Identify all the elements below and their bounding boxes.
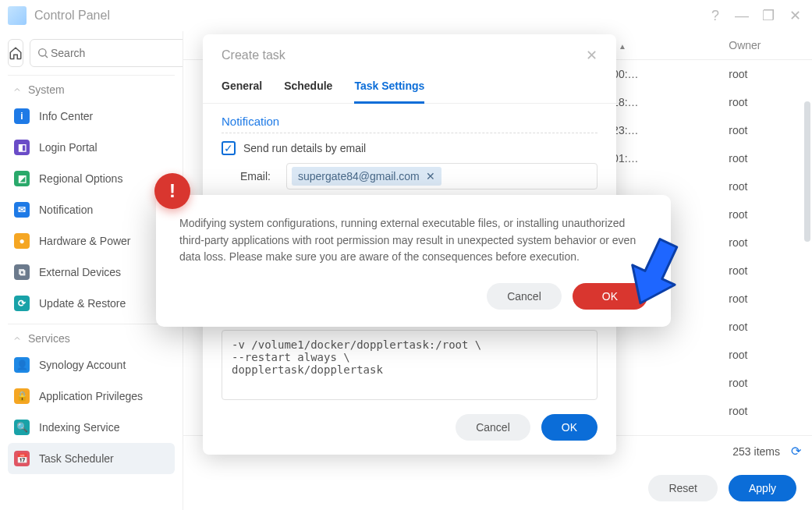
svg-line-1 [45,55,48,58]
send-email-label: Send run details by email [243,142,366,154]
help-icon[interactable]: ? [706,6,725,25]
home-button[interactable] [8,39,23,67]
sidebar-item-task-scheduler[interactable]: 📅Task Scheduler [8,443,175,474]
nav-icon: ✉ [14,202,30,218]
search-input[interactable] [49,46,183,60]
section-system[interactable]: System [8,75,175,101]
sidebar-item-external-devices[interactable]: ⧉External Devices [8,257,175,288]
chevron-up-icon [12,85,22,94]
sidebar-item-hardware-power[interactable]: ●Hardware & Power [8,225,175,257]
apply-button[interactable]: Apply [729,475,796,501]
sidebar-item-regional-options[interactable]: ◩Regional Options [8,163,175,194]
nav-label: Indexing Service [39,421,120,434]
titlebar: Control Panel ? — ❐ ✕ [0,0,812,31]
chip-remove-icon[interactable]: ✕ [426,170,435,182]
sidebar-item-login-portal[interactable]: ◧Login Portal [8,132,175,163]
window-title: Control Panel [34,9,110,23]
send-email-checkbox[interactable]: ✓ [222,141,236,155]
cell-owner: root [719,257,812,285]
cell-owner: root [719,425,812,436]
search-icon [37,47,49,59]
nav-icon: i [14,108,30,124]
cell-owner: root [719,397,812,425]
nav-label: Synology Account [39,359,126,371]
sidebar-item-update-restore[interactable]: ⟳Update & Restore [8,288,175,319]
warning-message: Modifying system configurations, running… [179,215,647,266]
tab-schedule[interactable]: Schedule [284,73,332,104]
minimize-icon[interactable]: — [732,6,751,25]
nav-icon: 📅 [14,451,30,466]
email-input[interactable]: supergate84@gmail.com ✕ [286,163,597,189]
email-chip-text: supergate84@gmail.com [298,170,420,182]
nav-label: External Devices [39,266,121,278]
sidebar-item-synology-account[interactable]: 👤Synology Account [8,349,175,381]
warn-cancel-button[interactable]: Cancel [487,283,562,310]
nav-label: Update & Restore [39,297,126,310]
nav-icon: 🔒 [14,388,30,404]
sidebar-item-indexing-service[interactable]: 🔍Indexing Service [8,412,175,443]
nav-label: Regional Options [39,172,122,185]
maximize-icon[interactable]: ❐ [759,6,778,25]
tab-task-settings[interactable]: Task Settings [354,73,424,104]
cell-owner: root [719,369,812,397]
close-icon[interactable]: ✕ [785,6,804,25]
scrollbar[interactable] [804,101,810,435]
script-textarea[interactable]: -v /volume1/docker/dopplertask:/root \ -… [222,330,597,400]
nav-label: Task Scheduler [39,452,114,465]
warning-icon: ! [154,173,190,209]
sidebar-item-notification[interactable]: ✉Notification [8,194,175,225]
task-cancel-button[interactable]: Cancel [456,414,530,441]
cell-owner: root [719,172,812,200]
cell-owner: root [719,285,812,313]
nav-label: Hardware & Power [39,235,131,247]
warning-dialog: ! Modifying system configurations, runni… [156,195,671,327]
nav-icon: ◩ [14,171,30,186]
nav-label: Notification [39,204,93,216]
chevron-up-icon [12,334,22,343]
nav-icon: ● [14,233,30,249]
nav-icon: ⟳ [14,296,30,311]
cell-owner: root [719,116,812,144]
tab-general[interactable]: General [222,73,262,104]
email-chip[interactable]: supergate84@gmail.com ✕ [292,167,441,186]
app-icon [8,6,27,25]
nav-icon: 👤 [14,357,30,373]
dialog-close-icon[interactable]: ✕ [586,47,597,64]
nav-label: Application Privileges [39,390,143,402]
col-owner[interactable]: Owner [719,31,812,60]
cell-owner: root [719,88,812,116]
cell-owner: root [719,341,812,369]
email-field-label: Email: [240,170,271,182]
section-label: Services [28,332,70,345]
section-label: System [28,83,65,96]
nav-icon: ◧ [14,140,30,155]
sort-asc-icon: ▲ [619,42,626,51]
refresh-icon[interactable]: ⟳ [791,444,801,459]
cell-owner: root [719,313,812,341]
task-ok-button[interactable]: OK [541,414,597,441]
sidebar-item-info-center[interactable]: iInfo Center [8,101,175,132]
svg-point-0 [39,49,46,56]
nav-icon: 🔍 [14,420,30,435]
nav-label: Login Portal [39,141,98,154]
warn-ok-button[interactable]: OK [573,283,647,310]
cell-owner: root [719,228,812,257]
notification-heading: Notification [222,115,597,133]
nav-icon: ⧉ [14,264,30,280]
search-input-wrap[interactable] [30,39,183,67]
cell-owner: root [719,60,812,88]
dialog-title: Create task [222,48,285,62]
reset-button[interactable]: Reset [648,475,718,501]
nav-label: Info Center [39,110,93,122]
section-services[interactable]: Services [8,324,175,349]
cell-owner: root [719,200,812,228]
cell-owner: root [719,144,812,172]
item-count: 253 items [732,445,780,458]
sidebar-item-application-privileges[interactable]: 🔒Application Privileges [8,381,175,412]
